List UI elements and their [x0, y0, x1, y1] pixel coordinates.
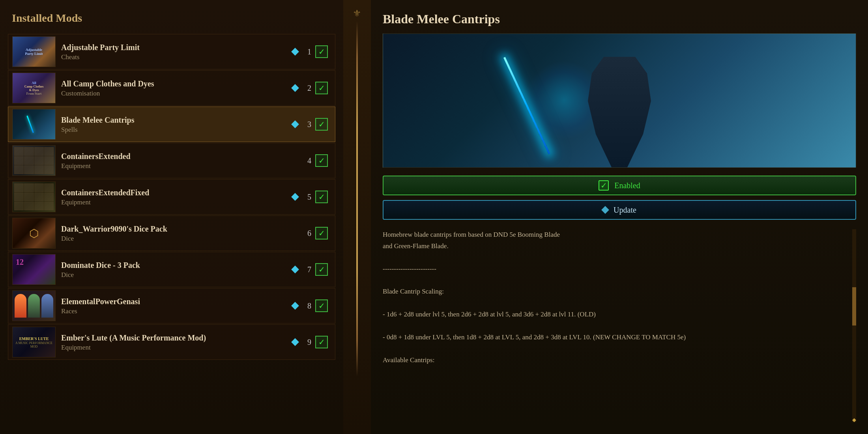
mod-number-7: 7 [302, 265, 311, 274]
mod-number-4: 4 [302, 156, 311, 165]
desc-line2: and Green-Flame Blade. [383, 242, 449, 250]
mod-info-1: Adjustable Party Limit Cheats [61, 42, 292, 61]
mod-checkbox-4[interactable]: ✓ [315, 154, 328, 167]
description-text: Homebrew blade cantrips from based on DN… [383, 229, 856, 366]
mod-category-6: Dice [61, 235, 292, 243]
desc-available-title: Available Cantrips: [383, 356, 434, 364]
enabled-label: Enabled [614, 181, 640, 190]
mod-checkbox-7[interactable]: ✓ [315, 263, 328, 276]
figure-silhouette [580, 57, 659, 167]
check-mark-icon: ✓ [318, 266, 325, 273]
mod-info-7: Dominate Dice - 3 Pack Dice [61, 260, 292, 279]
mod-name-7: Dominate Dice - 3 Pack [61, 260, 292, 270]
mod-thumbnail-1: AdjustableParty Limit [12, 36, 56, 67]
panel-title: Installed Mods [8, 12, 335, 24]
scrollbar-thumb [852, 287, 856, 326]
mod-thumbnail-5 [12, 181, 56, 212]
check-mark-icon: ✓ [318, 84, 325, 92]
mod-right-7: 7 ✓ [292, 263, 331, 276]
mod-right-1: 1 ✓ [292, 45, 331, 58]
diamond-icon [291, 266, 299, 273]
mod-category-3: Spells [61, 126, 292, 134]
mod-item-5[interactable]: ContainersExtendedFixed Equipment 5 ✓ [8, 179, 335, 215]
detail-description: Homebrew blade cantrips from based on DN… [383, 229, 856, 422]
check-mark-icon: ✓ [318, 120, 325, 128]
mod-category-5: Equipment [61, 198, 292, 206]
desc-line1: Homebrew blade cantrips from based on DN… [383, 231, 560, 238]
mod-name-9: Ember's Lute (A Music Performance Mod) [61, 333, 292, 343]
update-label: Update [614, 206, 636, 215]
mod-thumbnail-2: AllCamp Clothes& DyesFrom Start [12, 73, 56, 103]
mod-right-9: 9 ✓ [292, 336, 331, 348]
mod-item-3[interactable]: Blade Melee Cantrips Spells 3 ✓ [8, 107, 335, 142]
diamond-icon [291, 48, 299, 56]
mod-info-2: All Camp Clothes and Dyes Customisation [61, 79, 292, 97]
mod-name-6: Dark_Warrior9090's Dice Pack [61, 224, 292, 234]
mod-info-3: Blade Melee Cantrips Spells [61, 115, 292, 134]
mod-item-1[interactable]: AdjustableParty Limit Adjustable Party L… [8, 34, 335, 69]
check-mark-icon: ✓ [318, 193, 325, 201]
mod-list: AdjustableParty Limit Adjustable Party L… [8, 34, 335, 360]
mod-name-1: Adjustable Party Limit [61, 42, 292, 52]
mod-category-1: Cheats [61, 53, 292, 61]
mod-checkbox-8[interactable]: ✓ [315, 299, 328, 312]
scrollbar[interactable] [852, 229, 856, 422]
mod-category-9: Equipment [61, 344, 292, 352]
mod-info-5: ContainersExtendedFixed Equipment [61, 187, 292, 206]
mod-right-3: 3 ✓ [292, 118, 331, 131]
desc-scaling-old: - 1d6 + 2d8 under lvl 5, then 2d6 + 2d8 … [383, 311, 596, 318]
diamond-icon [291, 120, 299, 128]
desc-scaling-new: - 0d8 + 1d8 under LVL 5, then 1d8 + 2d8 … [383, 333, 686, 341]
mod-info-4: ContainersExtended Equipment [61, 151, 292, 170]
mod-checkbox-5[interactable]: ✓ [315, 191, 328, 203]
mod-checkbox-9[interactable]: ✓ [315, 336, 328, 348]
mod-checkbox-6[interactable]: ✓ [315, 227, 328, 239]
check-mark-icon: ✓ [318, 338, 325, 346]
update-button[interactable]: Update [383, 200, 856, 220]
mod-right-2: 2 ✓ [292, 82, 331, 94]
detail-title: Blade Melee Cantrips [383, 12, 856, 26]
check-mark-icon: ✓ [318, 302, 325, 310]
mod-right-8: 8 ✓ [292, 299, 331, 312]
mod-right-6: 6 ✓ [292, 227, 331, 239]
detail-image [383, 34, 856, 168]
mod-number-6: 6 [302, 229, 311, 238]
mod-checkbox-1[interactable]: ✓ [315, 45, 328, 58]
mod-name-2: All Camp Clothes and Dyes [61, 79, 292, 89]
mod-category-2: Customisation [61, 90, 292, 97]
desc-scaling-title: Blade Cantrip Scaling: [383, 288, 444, 295]
mod-name-3: Blade Melee Cantrips [61, 115, 292, 125]
mod-checkbox-3[interactable]: ✓ [315, 118, 328, 131]
mod-name-4: ContainersExtended [61, 151, 292, 161]
desc-separator: ------------------------ [383, 265, 436, 273]
diamond-icon [291, 84, 299, 92]
mod-item-2[interactable]: AllCamp Clothes& DyesFrom Start All Camp… [8, 70, 335, 106]
mod-name-5: ContainersExtendedFixed [61, 187, 292, 198]
mod-info-9: Ember's Lute (A Music Performance Mod) E… [61, 333, 292, 352]
enabled-button[interactable]: ✓ Enabled [383, 176, 856, 195]
mod-number-1: 1 [302, 47, 311, 56]
left-panel: Installed Mods AdjustableParty Limit Adj… [0, 0, 343, 434]
mod-thumbnail-7 [12, 254, 56, 285]
mod-item-9[interactable]: EMBER'S LUTEA MUSIC PERFORMANCE MOD Embe… [8, 324, 335, 360]
check-mark-icon: ✓ [318, 48, 325, 56]
mod-right-5: 5 ✓ [292, 191, 331, 203]
mod-number-5: 5 [302, 193, 311, 202]
action-buttons: ✓ Enabled Update [383, 176, 856, 220]
diamond-icon [291, 338, 299, 346]
mod-number-2: 2 [302, 84, 311, 93]
mod-item-8[interactable]: ElementalPowerGenasi Races 8 ✓ [8, 288, 335, 324]
mod-item-4[interactable]: ContainersExtended Equipment 4 ✓ [8, 143, 335, 178]
scroll-diamond-icon [852, 418, 856, 422]
mod-number-3: 3 [302, 120, 311, 129]
mod-item-7[interactable]: Dominate Dice - 3 Pack Dice 7 ✓ [8, 252, 335, 287]
mod-item-6[interactable]: ⬡ Dark_Warrior9090's Dice Pack Dice 6 ✓ [8, 215, 335, 251]
mod-checkbox-2[interactable]: ✓ [315, 82, 328, 94]
mod-name-8: ElementalPowerGenasi [61, 296, 292, 307]
enabled-check-icon: ✓ [599, 180, 609, 191]
mod-info-8: ElementalPowerGenasi Races [61, 296, 292, 315]
mod-number-8: 8 [302, 301, 311, 311]
diamond-icon [291, 302, 299, 310]
divider-line [356, 21, 358, 376]
mod-thumbnail-9: EMBER'S LUTEA MUSIC PERFORMANCE MOD [12, 327, 56, 357]
